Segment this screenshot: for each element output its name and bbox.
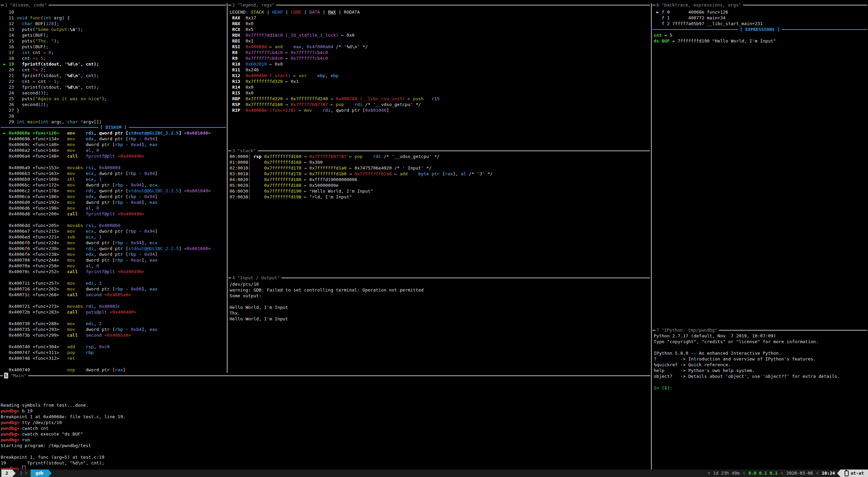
source-line: 15 puts("Thx. "); — [1, 38, 226, 44]
backtrace-frame: f 1 400772 main+34 — [654, 15, 867, 21]
text-segment: 06:0030 — [230, 189, 248, 194]
text-segment: mov — [67, 263, 75, 268]
text-segment: pwndbg> — [1, 437, 22, 442]
backtrace-pane[interactable]: ► f 0 40068e func+126 f 1 400772 main+34… — [654, 9, 867, 26]
text-segment: 0x4006a4 <func+148> — [1, 154, 67, 159]
text-segment: ] — [155, 252, 158, 257]
text-segment: byte ptr — [418, 171, 442, 176]
text-segment: /* 'J' */ — [466, 171, 493, 176]
disasm-line: 0x4006bc <func+172> mov dword ptr [rbp -… — [1, 182, 226, 188]
text-segment: ebp — [330, 73, 338, 78]
disasm-pane[interactable]: ► 0x40068e <func+126> mov rdi, qword ptr… — [1, 130, 226, 373]
text-segment: 1 — [99, 177, 102, 182]
text-segment — [283, 44, 293, 49]
text-segment — [251, 194, 264, 199]
text-segment: warning: GDB: Failed to set controlling … — [230, 287, 423, 293]
session-indicator[interactable]: 2 — [1, 470, 12, 477]
text-segment: call — [67, 154, 78, 159]
text-segment: 0x400721 <func+273> — [1, 304, 67, 309]
text-segment: ]: — [667, 385, 675, 390]
text-segment — [78, 310, 86, 315]
text-segment: fprintf@plt — [86, 211, 117, 216]
ipython-pane[interactable]: Python 2.7.17 (default, Nov 7 2019, 10:0… — [654, 333, 867, 391]
registers-pane[interactable]: LEGEND: STACK | HEAP | CODE | DATA | RWX… — [230, 9, 650, 113]
register-line: RCX 0x5 — [230, 26, 650, 32]
source-code-pane[interactable]: 10 11 void func(int arg) { 12 char BUF[1… — [1, 9, 226, 125]
border-dash — [652, 5, 655, 5]
text-segment: add — [67, 344, 75, 349]
text-segment: %quickref -> Quick reference. — [654, 362, 731, 367]
text-segment — [46, 50, 49, 55]
register-line: LEGEND: STACK | HEAP | CODE | DATA | RWX… — [230, 9, 650, 15]
text-segment: 0x40080d — [246, 44, 267, 49]
source-line: 17 int cnt = 0; — [1, 50, 226, 55]
text-segment: 0x246 — [246, 67, 259, 72]
text-segment — [75, 171, 86, 176]
text-segment: 23 — [1, 85, 17, 90]
window-index: 1 — [20, 470, 22, 477]
text-segment: - — [136, 229, 144, 234]
text-segment: , — [94, 165, 99, 170]
text-segment: 0 — [49, 50, 51, 55]
source-line: 21 fprintf(stdout, "%d\n", cnt); — [1, 73, 226, 78]
text-segment: rdi — [86, 188, 93, 193]
stack-pane[interactable]: 00:0000│ rsp 0x7fffffffd160 → 0x7ffff7b9… — [230, 154, 650, 200]
text-segment: edx — [86, 136, 93, 141]
source-line: 28 — [1, 113, 226, 119]
text-segment: RWX — [328, 10, 336, 15]
stack-line: 03:0018│ 0x7fffffffd178 → 0x7fffffffd1b0… — [230, 171, 650, 177]
text-segment: call — [67, 211, 78, 216]
text-segment: 0 — [96, 148, 99, 153]
gdb-console-pane[interactable]: Reading symbols from test...done.pwndbg>… — [1, 402, 649, 472]
stack-line: 05:0028│ 0x7fffffffd188 ← 0x50000000e — [230, 182, 650, 188]
text-segment: int — [22, 50, 30, 55]
backtrace-frame: f 2 7ffff7a05b97 __libc_start_main+231 — [654, 21, 867, 26]
text-segment: xor — [299, 73, 307, 78]
text-segment: , qword ptr [ — [94, 246, 128, 251]
text-segment: R13 — [230, 79, 246, 84]
source-line: 14 gets(BUF); — [1, 32, 226, 38]
section-line — [652, 29, 738, 30]
text-segment: stdout@@GLIBC_2.2.5 — [128, 130, 179, 136]
text-segment: 0x94 — [144, 171, 155, 176]
backtrace-frame: ► f 0 40068e func+126 — [654, 9, 867, 15]
source-line: 23 fprintf(stdout, "%d\n", cnt); — [1, 84, 226, 90]
text-segment: mov — [67, 258, 75, 263]
text-segment: puts@plt — [86, 310, 109, 315]
text-segment: int — [43, 15, 51, 20]
text-segment: R11 — [230, 67, 246, 72]
expressions-label: [ EXPRESSIONS ] — [738, 26, 782, 32]
tmux-status-bar: 2 1 > gdb ↑ 1d 23h 49m < 0.0 0.1 0.1 < 2… — [0, 470, 868, 477]
stack-line: 07:0038│ 0x7fffffffd198 ← "rld, I'm Inpu… — [230, 194, 650, 200]
text-segment: 0 — [96, 206, 99, 211]
text-segment: 0xa4 — [131, 142, 142, 147]
text-segment: rdi — [86, 246, 93, 251]
register-line: RSI 0x40080d ← and eax, 0x4f000a64 /* '%… — [230, 44, 650, 50]
text-segment: 0x40070c <func+252> — [1, 269, 67, 274]
pane-number: 6 — [656, 2, 659, 8]
disasm-line — [1, 361, 226, 367]
hostname-text: at-at — [851, 470, 864, 477]
gdb-line: 19 fprintf(stdout, "%d\n", cnt); — [1, 460, 649, 466]
text-segment: mov — [67, 286, 75, 292]
text-segment: 0x40069c <func+140> — [1, 142, 67, 147]
text-segment: argc, — [49, 119, 67, 124]
text-segment: mov — [67, 206, 75, 211]
pane-border-vertical-left[interactable] — [227, 3, 228, 373]
io-pane[interactable]: /dev/pts/10warning: GDB: Failed to set c… — [230, 281, 650, 322]
text-segment: 26 — [1, 102, 17, 107]
text-segment: 0x94 — [144, 229, 155, 234]
text-segment: 20 — [1, 67, 17, 72]
window-name-gdb[interactable]: gdb — [31, 470, 48, 477]
text-segment: mov — [67, 321, 75, 326]
text-segment: char — [67, 119, 78, 124]
text-segment: fprintf(stdout, — [17, 73, 65, 78]
text-segment: " — [75, 27, 78, 32]
expressions-pane[interactable]: cnt = 5ds BUF = 7fffffffd190 "Hello Worl… — [654, 32, 867, 44]
disasm-line — [1, 338, 226, 344]
disasm-line: 0x4006b3 <func+163> mov ecx, dword ptr [… — [1, 171, 226, 176]
pane-border-vertical-right[interactable] — [651, 3, 652, 470]
text-segment: help -> Python's own help system. — [654, 368, 755, 373]
text-segment: 0x94 — [131, 182, 142, 188]
text-segment: 22 — [1, 79, 17, 84]
